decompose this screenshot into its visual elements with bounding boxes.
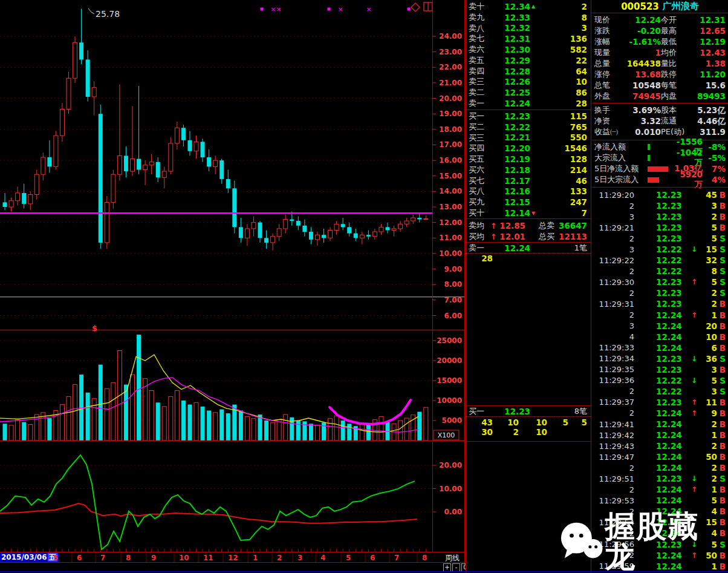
order-book-row[interactable]: 卖八12.323	[466, 23, 591, 34]
quote-label: 涨停	[594, 69, 625, 80]
order-volume: 86	[539, 88, 587, 97]
queue-value: 10	[519, 417, 547, 427]
order-book-row[interactable]: 买四12.201546	[466, 143, 591, 154]
quote-label: 每笔	[661, 80, 697, 91]
tick-side: B	[717, 496, 726, 505]
tick-row: 11:29:3012.23↑5S	[592, 277, 728, 287]
order-book-row[interactable]: 买五12.19128	[466, 154, 591, 165]
order-book-row[interactable]: 卖一12.2428	[466, 98, 591, 109]
order-price: 12.29	[502, 56, 530, 65]
tick-row: 412.2410B	[592, 332, 728, 342]
svg-text:13.00: 13.00	[439, 203, 462, 211]
quote-panel: 000523 广州浪奇 现价12.24今开12.31涨跌-0.20最高12.65…	[592, 0, 728, 573]
order-volume: 8	[539, 13, 587, 22]
tick-price: 12.24	[656, 441, 691, 451]
tick-arrow-icon: ↑	[691, 398, 698, 407]
svg-text:7.00: 7.00	[444, 296, 462, 304]
tick-price: 12.22	[656, 244, 691, 254]
quote-value: 1.38	[697, 58, 726, 69]
order-book-row[interactable]: 买十12.14▼7	[466, 208, 591, 218]
tick-row: 11:29:3112.232B	[592, 298, 728, 309]
order-book-row[interactable]: 买二12.22765	[466, 122, 591, 133]
svg-text:8.00: 8.00	[444, 280, 462, 289]
order-price: 12.32	[502, 23, 530, 33]
tick-side: S	[717, 354, 726, 364]
order-volume: 765	[539, 122, 587, 132]
month-tick-label: 4	[320, 554, 325, 562]
avg-price: 12.01	[498, 232, 525, 241]
main-candlestick-chart[interactable]: 25.78××××6.007.008.009.0010.0011.0012.00…	[0, 0, 466, 573]
quote-value: 4.46亿	[697, 116, 726, 126]
tick-volume: 36	[698, 354, 717, 364]
order-book-row[interactable]: 买三12.21550	[466, 133, 591, 143]
date-label[interactable]: 2015/03/06五	[0, 553, 59, 562]
avg-row: 卖均↑12.85总卖36647	[466, 220, 591, 231]
svg-text:15.00: 15.00	[439, 172, 462, 180]
order-book-row[interactable]: 买六12.18214	[466, 165, 591, 175]
svg-text:×: ×	[270, 5, 276, 13]
order-price: 12.16	[502, 186, 530, 196]
order-book-row[interactable]: 卖三12.2610	[466, 77, 591, 88]
order-book-row[interactable]: 卖六12.30582	[466, 44, 591, 55]
svg-text:23.00: 23.00	[439, 48, 462, 56]
quote-label: 涨幅	[594, 36, 625, 47]
chart-zoom-button[interactable]: +	[443, 563, 451, 572]
order-price: 12.26	[502, 77, 530, 87]
quote-value: 15.6	[697, 80, 726, 91]
svg-text:12.00: 12.00	[439, 218, 462, 227]
tick-time: 11:29:53	[594, 496, 634, 505]
quote-label: PE(动)	[661, 126, 697, 137]
order-book-row[interactable]: 卖五12.2922	[466, 55, 591, 66]
order-book-row[interactable]: 买一12.23115	[466, 111, 591, 122]
stock-code: 000523	[621, 1, 659, 12]
avg-price-rows: 卖均↑12.85总卖36647买均↑12.01总买12113	[466, 220, 591, 242]
quote-value: 1	[625, 47, 661, 58]
sell-orders: 卖十12.34▲2卖九12.338卖八12.323卖七12.31136卖六12.…	[466, 1, 591, 109]
order-book-row[interactable]: 卖十12.34▲2	[466, 1, 591, 12]
order-book-row[interactable]: 买九12.15247	[466, 197, 591, 208]
order-level-label: 卖四	[469, 66, 502, 77]
buy-queue-row1: 43101055	[466, 417, 591, 427]
quote-label: 外盘	[594, 91, 625, 102]
tick-time: 3	[594, 212, 634, 221]
svg-text:10.00: 10.00	[439, 485, 462, 493]
tick-time: 2	[594, 234, 634, 243]
order-price: 12.22	[502, 122, 530, 132]
last-sell-price: 12.24	[502, 243, 530, 253]
buy-orders: 买一12.23115买二12.22765买三12.21550买四12.20154…	[466, 111, 591, 218]
tick-row: 11:29:2212.2232S	[592, 255, 728, 266]
tick-row: 212.242B	[592, 462, 728, 473]
svg-text:14.00: 14.00	[439, 187, 462, 195]
order-book-row[interactable]: 卖四12.2864	[466, 66, 591, 77]
order-book-row[interactable]: 卖二12.2586	[466, 87, 591, 98]
month-tick-label: 5	[346, 554, 351, 562]
order-price: 12.19	[502, 154, 530, 164]
tick-volume: 5	[698, 496, 717, 505]
tick-row: 11:29:3312.246B	[592, 342, 728, 353]
order-book-row[interactable]: 卖九12.338	[466, 12, 591, 23]
month-tick-label: 12	[228, 554, 238, 562]
tick-volume: 3	[698, 365, 717, 375]
svg-text:×: ×	[276, 5, 281, 13]
money-flow-bar	[648, 177, 672, 183]
period-selector[interactable]: 周线	[440, 553, 465, 563]
money-flow-label: 净流入额	[594, 142, 648, 152]
tick-row: 212.223S	[592, 386, 728, 397]
quote-label: 收益㈠	[594, 126, 625, 137]
order-level-label: 卖十	[469, 1, 502, 12]
flow-bar-icon	[648, 155, 650, 161]
tick-price: 12.22	[656, 376, 691, 385]
queue-value: 10	[519, 427, 547, 437]
quote-value: 74945	[625, 91, 661, 102]
quote-value: 3.69%	[625, 105, 661, 116]
chart-zoom-button[interactable]: -	[452, 563, 460, 572]
svg-text:×: ×	[366, 5, 371, 13]
month-tick-label: 11	[203, 554, 213, 562]
money-flow-section: 净流入额-1556万-8%大宗流入-1042万-5%5日净流入额1.03亿7%5…	[592, 142, 728, 185]
tick-price: 12.24	[656, 452, 691, 462]
month-tick-label: 7	[100, 554, 105, 562]
quote-value: 10548	[625, 80, 661, 91]
order-book-row[interactable]: 卖七12.31136	[466, 33, 591, 44]
order-book-row[interactable]: 买七12.1746	[466, 175, 591, 186]
order-book-row[interactable]: 买八12.16133	[466, 186, 591, 197]
